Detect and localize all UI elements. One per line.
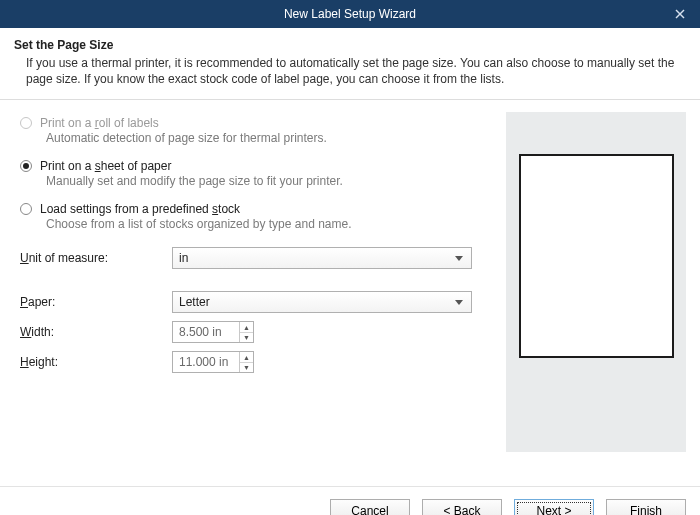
page-preview (519, 154, 674, 358)
radio-icon (20, 160, 32, 172)
radio-stock[interactable]: Load settings from a predefined stock Ch… (14, 198, 492, 241)
chevron-down-icon (451, 300, 467, 305)
close-icon[interactable] (660, 0, 700, 28)
stepper-arrows: ▲ ▼ (239, 352, 253, 372)
form-area: Unit of measure: in Paper: Letter (14, 241, 492, 373)
page-title: Set the Page Size (14, 38, 680, 52)
chevron-up-icon[interactable]: ▲ (240, 352, 253, 363)
svg-marker-3 (455, 300, 463, 305)
wizard-header: Set the Page Size If you use a thermal p… (0, 28, 700, 100)
height-stepper[interactable]: 11.000 in ▲ ▼ (172, 351, 254, 373)
radio-roll: Print on a roll of labels Automatic dete… (14, 112, 492, 155)
content-area: Print on a roll of labels Automatic dete… (0, 100, 700, 486)
paper-combo-value: Letter (179, 295, 210, 309)
radio-stock-desc: Choose from a list of stocks organized b… (46, 217, 492, 231)
radio-roll-desc: Automatic detection of page size for the… (46, 131, 492, 145)
stepper-arrows: ▲ ▼ (239, 322, 253, 342)
back-button[interactable]: < Back (422, 499, 502, 515)
window-title: New Label Setup Wizard (284, 7, 416, 21)
width-value: 8.500 in (179, 325, 222, 339)
radio-sheet-label: Print on a sheet of paper (40, 159, 171, 173)
page-description: If you use a thermal printer, it is reco… (26, 55, 680, 87)
svg-marker-2 (455, 256, 463, 261)
height-value: 11.000 in (179, 355, 228, 369)
chevron-down-icon (451, 256, 467, 261)
left-pane: Print on a roll of labels Automatic dete… (14, 112, 506, 476)
paper-label: Paper: (20, 295, 172, 309)
footer-buttons: Cancel < Back Next > Finish (0, 486, 700, 515)
cancel-button[interactable]: Cancel (330, 499, 410, 515)
radio-icon (20, 203, 32, 215)
next-button[interactable]: Next > (514, 499, 594, 515)
radio-roll-label: Print on a roll of labels (40, 116, 159, 130)
radio-stock-label: Load settings from a predefined stock (40, 202, 240, 216)
radio-icon (20, 117, 32, 129)
unit-combo-value: in (179, 251, 188, 265)
radio-sheet[interactable]: Print on a sheet of paper Manually set a… (14, 155, 492, 198)
height-label: Height: (20, 355, 172, 369)
title-bar: New Label Setup Wizard (0, 0, 700, 28)
width-label: Width: (20, 325, 172, 339)
width-stepper[interactable]: 8.500 in ▲ ▼ (172, 321, 254, 343)
unit-label: Unit of measure: (20, 251, 172, 265)
radio-sheet-desc: Manually set and modify the page size to… (46, 174, 492, 188)
finish-button[interactable]: Finish (606, 499, 686, 515)
unit-combo[interactable]: in (172, 247, 472, 269)
chevron-down-icon[interactable]: ▼ (240, 363, 253, 373)
chevron-down-icon[interactable]: ▼ (240, 333, 253, 343)
chevron-up-icon[interactable]: ▲ (240, 322, 253, 333)
paper-combo[interactable]: Letter (172, 291, 472, 313)
preview-pane (506, 112, 686, 452)
